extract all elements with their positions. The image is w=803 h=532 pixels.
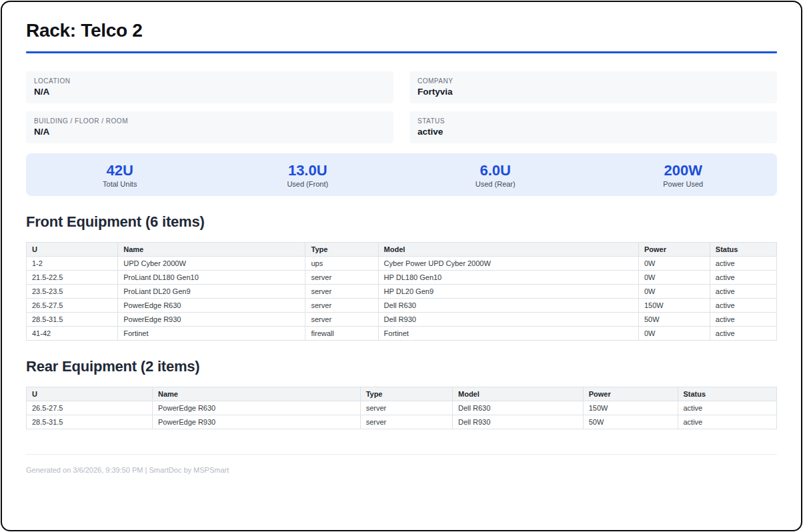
page-title: Rack: Telco 2 [26, 20, 777, 41]
field-label: BUILDING / FLOOR / ROOM [34, 117, 385, 125]
stat-total-units: 42U Total Units [26, 162, 214, 188]
stat-value: 6.0U [402, 162, 590, 179]
table-cell: ups [305, 257, 378, 271]
table-cell: active [710, 327, 776, 341]
field-value: active [418, 127, 769, 137]
field-company: COMPANY Fortyvia [410, 71, 777, 103]
field-value: N/A [34, 127, 385, 137]
stat-value: 13.0U [214, 162, 402, 179]
table-cell: UPD Cyber 2000W [118, 257, 305, 271]
column-header: U [27, 387, 153, 401]
field-building-floor-room: BUILDING / FLOOR / ROOM N/A [26, 111, 393, 143]
table-cell: active [710, 299, 776, 313]
table-cell: Dell R930 [453, 415, 584, 429]
column-header: Status [678, 387, 777, 401]
column-header: Name [153, 387, 361, 401]
table-cell: server [305, 285, 378, 299]
table-cell: 21.5-22.5 [27, 271, 118, 285]
table-header-row: UNameTypeModelPowerStatus [27, 243, 777, 257]
table-row: 28.5-31.5PowerEdge R930serverDell R93050… [27, 415, 777, 429]
column-header: Power [638, 243, 710, 257]
rear-equipment-heading: Rear Equipment (2 items) [26, 358, 777, 375]
table-header-row: UNameTypeModelPowerStatus [27, 387, 777, 401]
table-cell: HP DL20 Gen9 [378, 285, 638, 299]
front-equipment-table: UNameTypeModelPowerStatus1-2UPD Cyber 20… [26, 242, 777, 341]
stat-power-used: 200W Power Used [590, 162, 778, 188]
report-content: Rack: Telco 2 LOCATION N/A COMPANY Forty… [2, 2, 801, 475]
table-cell: ProLiant DL180 Gen10 [118, 271, 305, 285]
table-cell: PowerEdge R930 [118, 313, 305, 327]
table-cell: Fortinet [378, 327, 638, 341]
table-cell: 41-42 [27, 327, 118, 341]
stats-bar: 42U Total Units 13.0U Used (Front) 6.0U … [26, 153, 777, 196]
table-cell: server [305, 299, 378, 313]
table-cell: HP DL180 Gen10 [378, 271, 638, 285]
table-cell: PowerEdge R630 [118, 299, 305, 313]
table-cell: PowerEdge R930 [153, 415, 361, 429]
table-cell: Dell R630 [453, 401, 584, 415]
table-cell: 1-2 [27, 257, 118, 271]
table-cell: 28.5-31.5 [27, 313, 118, 327]
table-cell: server [360, 401, 452, 415]
table-row: 26.5-27.5PowerEdge R630serverDell R63015… [27, 401, 777, 415]
table-cell: 26.5-27.5 [27, 401, 153, 415]
table-cell: 0W [638, 285, 710, 299]
field-label: COMPANY [418, 77, 769, 85]
table-cell: server [305, 313, 378, 327]
column-header: Name [118, 243, 305, 257]
stat-label: Power Used [590, 180, 778, 188]
table-cell: 0W [638, 257, 710, 271]
field-label: LOCATION [34, 77, 385, 85]
table-cell: Dell R930 [378, 313, 638, 327]
table-cell: 26.5-27.5 [27, 299, 118, 313]
stat-label: Total Units [26, 180, 214, 188]
table-cell: active [710, 257, 776, 271]
field-status: STATUS active [410, 111, 777, 143]
title-divider [26, 51, 777, 53]
table-cell: Cyber Power UPD Cyber 2000W [378, 257, 638, 271]
column-header: Type [305, 243, 378, 257]
table-cell: Dell R630 [378, 299, 638, 313]
page-footer: Generated on 3/6/2026, 9:39:50 PM | Smar… [26, 454, 777, 475]
table-cell: server [360, 415, 452, 429]
column-header: Power [583, 387, 678, 401]
column-header: Model [378, 243, 638, 257]
stat-value: 42U [26, 162, 214, 179]
field-value: N/A [34, 87, 385, 97]
table-row: 23.5-23.5ProLiant DL20 Gen9serverHP DL20… [27, 285, 777, 299]
field-location: LOCATION N/A [26, 71, 393, 103]
column-header: Model [453, 387, 584, 401]
table-cell: 50W [583, 415, 678, 429]
window-frame: Rack: Telco 2 LOCATION N/A COMPANY Forty… [1, 1, 802, 531]
table-row: 1-2UPD Cyber 2000WupsCyber Power UPD Cyb… [27, 257, 777, 271]
table-cell: active [678, 401, 777, 415]
table-cell: 150W [583, 401, 678, 415]
column-header: Status [710, 243, 776, 257]
front-equipment-heading: Front Equipment (6 items) [26, 213, 777, 231]
table-row: 21.5-22.5ProLiant DL180 Gen10serverHP DL… [27, 271, 777, 285]
rear-equipment-table: UNameTypeModelPowerStatus26.5-27.5PowerE… [26, 387, 777, 429]
table-cell: 0W [638, 327, 710, 341]
table-cell: firewall [305, 327, 378, 341]
stat-label: Used (Rear) [402, 180, 590, 188]
table-cell: active [710, 271, 776, 285]
info-fields: LOCATION N/A COMPANY Fortyvia BUILDING /… [26, 71, 777, 143]
table-cell: 50W [638, 313, 710, 327]
stat-value: 200W [590, 162, 778, 179]
table-cell: server [305, 271, 378, 285]
table-cell: ProLiant DL20 Gen9 [118, 285, 305, 299]
table-cell: 28.5-31.5 [27, 415, 153, 429]
column-header: Type [360, 387, 452, 401]
generated-timestamp: Generated on 3/6/2026, 9:39:50 PM | Smar… [26, 466, 229, 474]
field-value: Fortyvia [418, 87, 769, 97]
table-cell: PowerEdge R630 [153, 401, 361, 415]
table-cell: active [710, 285, 776, 299]
stat-used-front: 13.0U Used (Front) [214, 162, 402, 188]
table-cell: active [678, 415, 777, 429]
table-cell: 23.5-23.5 [27, 285, 118, 299]
stat-used-rear: 6.0U Used (Rear) [402, 162, 590, 188]
table-cell: Fortinet [118, 327, 305, 341]
table-row: 28.5-31.5PowerEdge R930serverDell R93050… [27, 313, 777, 327]
field-label: STATUS [418, 117, 769, 125]
table-cell: active [710, 313, 776, 327]
